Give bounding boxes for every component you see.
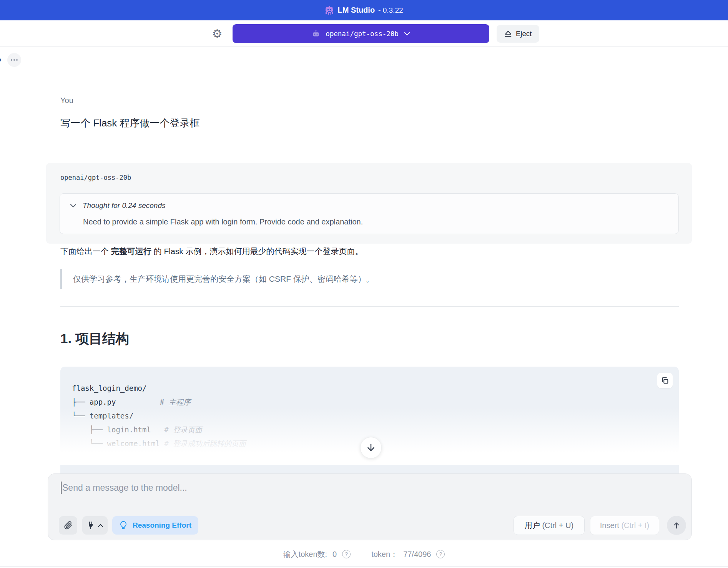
context-tokens-label: token： [371,549,398,560]
code-line: flask_login_demo/ [72,381,679,395]
arrow-down-icon [366,443,376,453]
assistant-message-header: openai/gpt-oss-20b Thought for 0.24 seco… [46,163,692,244]
content-fade-overlay [0,407,728,465]
tab-options-button[interactable] [7,53,21,67]
status-bar: 输入token数: 0 ? token： 77/4096 ? [0,547,728,561]
input-placeholder: Send a message to the model... [62,483,187,493]
app-version: - 0.3.22 [378,6,403,15]
lightbulb-icon [119,521,128,530]
plugins-button[interactable] [82,516,108,535]
chevron-down-icon[interactable] [70,204,76,208]
app-title: LM Studio [337,6,375,15]
ellipsis-icon [11,59,12,61]
insert-button[interactable]: Insert (Ctrl + I) [590,516,659,535]
message-input[interactable]: Send a message to the model... [61,482,187,494]
markdown-divider [60,306,679,307]
assistant-blockquote: 仅供学习参考，生产环境请使用更完善的安全方案（如 CSRF 保护、密码哈希等）。 [60,269,679,289]
tab-strip: o [0,47,728,73]
titlebar: LM Studio - 0.3.22 [0,0,728,20]
chevron-up-icon [98,524,103,527]
model-selector-button[interactable]: openai/gpt-oss-20b [233,24,489,43]
toolbar: ⚙ openai/gpt-oss-20b Eject [0,20,728,47]
help-icon[interactable]: ? [436,550,445,558]
copy-icon [661,376,669,385]
input-tokens-value: 0 [332,550,337,559]
send-message-button[interactable] [667,516,686,535]
chevron-down-icon [404,32,410,36]
text-cursor [61,482,61,494]
context-tokens-value: 77/4096 [403,550,431,559]
eject-label: Eject [516,30,532,38]
assistant-model-name: openai/gpt-oss-20b [60,174,131,181]
message-composer: Send a message to the model... [48,473,692,540]
reasoning-effort-button[interactable]: Reasoning Effort [112,516,198,535]
eject-icon [504,30,512,38]
chat-tab-title: o [0,55,1,64]
composer-toolbar: Reasoning Effort 用户 (Ctrl + U) Insert (C… [48,516,691,535]
robot-icon [312,30,320,38]
thought-duration-label: Thought for 0.24 seconds [83,201,165,210]
scroll-to-bottom-button[interactable] [360,437,382,458]
lm-studio-logo-icon [325,6,334,15]
thought-collapse-box[interactable]: Thought for 0.24 seconds Need to provide… [60,193,679,234]
code-line: ├── app.py # 主程序 [72,395,679,409]
model-selector-label: openai/gpt-oss-20b [326,30,399,38]
copy-code-button[interactable] [657,373,673,388]
help-icon[interactable]: ? [342,550,351,558]
paperclip-icon [63,521,73,530]
input-tokens-label: 输入token数: [283,549,327,560]
reasoning-effort-label: Reasoning Effort [133,521,191,530]
user-message: 写一个 Flask 程序做一个登录框 [60,116,200,130]
section-heading: 1. 项目结构 [60,330,679,358]
lm-studio-window: LM Studio - 0.3.22 ⚙ openai/gpt-oss-20b [0,0,728,568]
send-as-user-button[interactable]: 用户 (Ctrl + U) [514,516,585,535]
eject-button[interactable]: Eject [497,25,539,43]
arrow-up-icon [672,521,681,530]
attach-file-button[interactable] [59,516,77,535]
settings-gear-icon[interactable]: ⚙ [211,27,224,40]
assistant-paragraph: 下面给出一个 完整可运行 的 Flask 示例，演示如何用最少的代码实现一个登录… [60,246,679,257]
footer-divider [0,566,728,567]
plug-icon [86,521,95,530]
user-role-label: You [60,96,73,105]
thought-content: Need to provide a simple Flask app with … [83,218,363,226]
